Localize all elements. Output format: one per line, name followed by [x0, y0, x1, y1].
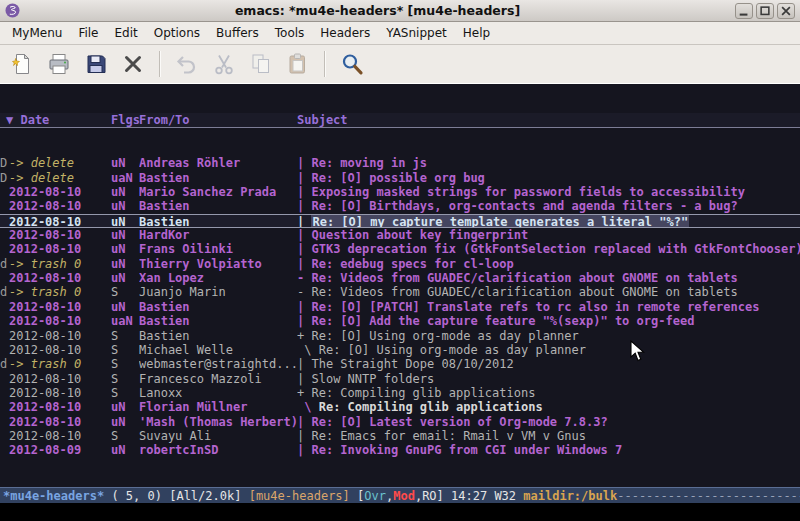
headers-buffer[interactable]: ▼ Date Flgs From/To Subject D-> deleteuN… — [0, 84, 800, 487]
message-row[interactable]: 2012-08-10uNFrans Oilinki| GTK3 deprecat… — [0, 242, 800, 256]
message-row[interactable]: D-> deleteuNAndreas Röhler| Re: moving i… — [0, 156, 800, 170]
save-button[interactable] — [82, 50, 110, 78]
thread-prefix: - — [297, 285, 311, 299]
message-mark — [0, 429, 9, 443]
message-mark: D — [0, 156, 9, 170]
new-file-button[interactable] — [8, 50, 36, 78]
message-date: 2012-08-10 — [9, 300, 111, 314]
message-mark: d — [0, 357, 9, 371]
subject-text: Re: [O] Birthdays, org-contacts and agen… — [311, 199, 737, 213]
print-button[interactable] — [45, 50, 73, 78]
subject-text: Re: edebug specs for cl-loop — [311, 257, 513, 271]
message-subject: | Re: Invoking GnuPG from CGI under Wind… — [297, 443, 800, 457]
menu-help[interactable]: Help — [455, 22, 498, 44]
message-date: 2012-08-10 — [9, 415, 111, 429]
menu-mymenu[interactable]: MyMenu — [4, 22, 70, 44]
message-mark — [0, 443, 9, 457]
message-row[interactable]: 2012-08-10SMichael Welle \ Re: [O] Using… — [0, 343, 800, 357]
message-mark: d — [0, 257, 9, 271]
header-flags[interactable]: Flgs — [111, 113, 139, 127]
menu-buffers[interactable]: Buffers — [208, 22, 267, 44]
message-mark — [0, 228, 9, 242]
maximize-button[interactable] — [756, 3, 774, 19]
echo-area[interactable] — [0, 503, 800, 521]
subject-text: Re: Videos from GUADEC/clarification abo… — [311, 271, 737, 285]
message-row[interactable]: 2012-08-10uNBastien| Re: [O] [PATCH] Tra… — [0, 300, 800, 314]
message-date: 2012-08-10 — [9, 372, 111, 386]
subject-text: Re: [O] Add the capture feature "%(sexp)… — [311, 314, 694, 328]
thread-prefix: | — [297, 415, 311, 429]
menu-file[interactable]: File — [70, 22, 106, 44]
thread-prefix: | — [297, 228, 311, 242]
message-from: Bastien — [139, 300, 297, 314]
thread-prefix: | — [297, 185, 311, 199]
message-flags: uN — [111, 228, 139, 242]
message-mark — [0, 271, 9, 285]
message-row[interactable]: d-> trash 0uNThierry Volpiatto| Re: edeb… — [0, 257, 800, 271]
thread-prefix: | — [297, 215, 311, 227]
close-buffer-button[interactable] — [119, 50, 147, 78]
message-from: Suvayu Ali — [139, 429, 297, 443]
message-row[interactable]: d-> trash 0SJuanjo Marin- Re: Videos fro… — [0, 285, 800, 299]
message-flags: uN — [111, 400, 139, 414]
message-flags: S — [111, 285, 139, 299]
thread-prefix: + — [297, 386, 311, 400]
header-subject[interactable]: Subject — [297, 113, 800, 127]
message-row[interactable]: 2012-08-10uNFlorian Müllner \ Re: Compil… — [0, 400, 800, 414]
thread-prefix: \ — [297, 343, 319, 357]
subject-text: Re: Emacs for email: Rmail v VM v Gnus — [311, 429, 586, 443]
title-bar: emacs: *mu4e-headers* [mu4e-headers] — [0, 0, 800, 22]
message-from: Frans Oilinki — [139, 242, 297, 256]
message-row[interactable]: 2012-08-10SLanoxx+ Re: Compiling glib ap… — [0, 386, 800, 400]
minimize-icon — [738, 5, 750, 17]
subject-text: The Straight Dope 08/10/2012 — [311, 357, 513, 371]
search-icon — [340, 52, 364, 76]
message-from: Bastien — [139, 314, 297, 328]
message-mark — [0, 386, 9, 400]
message-date: 2012-08-10 — [9, 400, 111, 414]
message-row[interactable]: 2012-08-10SFrancesco Mazzoli| Slow NNTP … — [0, 372, 800, 386]
message-row[interactable]: 2012-08-10SSuvayu Ali| Re: Emacs for ema… — [0, 429, 800, 443]
message-from: robertcInSD — [139, 443, 297, 457]
message-row[interactable]: 2012-08-10uNBastien| Re: [O] Birthdays, … — [0, 199, 800, 213]
message-flags: uN — [111, 185, 139, 199]
minimize-button[interactable] — [735, 3, 753, 19]
message-row[interactable]: 2012-08-10uaNBastien| Re: [O] Add the ca… — [0, 314, 800, 328]
message-row[interactable]: 2012-08-10uNXan Lopez- Re: Videos from G… — [0, 271, 800, 285]
menu-options[interactable]: Options — [146, 22, 208, 44]
search-button[interactable] — [338, 50, 366, 78]
message-row[interactable]: 2012-08-10uNMario Sanchez Prada| Exposin… — [0, 185, 800, 199]
header-from[interactable]: From/To — [139, 113, 297, 127]
message-row[interactable]: 2012-08-10uNHardKor| Question about key … — [0, 228, 800, 242]
message-row[interactable]: d-> trash 0Swebmaster@straightd...| The … — [0, 357, 800, 371]
menu-yasnippet[interactable]: YASnippet — [378, 22, 455, 44]
subject-text: Re: Invoking GnuPG from CGI under Window… — [311, 443, 622, 457]
message-row[interactable]: 2012-08-09uNrobertcInSD| Re: Invoking Gn… — [0, 443, 800, 457]
close-button[interactable] — [777, 3, 795, 19]
subject-text: Re: [O] possible org bug — [311, 171, 484, 185]
message-flags: S — [111, 386, 139, 400]
message-flags: uN — [111, 156, 139, 170]
menu-headers[interactable]: Headers — [312, 22, 378, 44]
message-date: 2012-08-10 — [9, 215, 111, 227]
thread-prefix: \ — [297, 400, 319, 414]
header-line: ▼ Date Flgs From/To Subject — [0, 113, 800, 128]
thread-prefix: | — [297, 372, 311, 386]
subject-text: Re: [O] Latest version of Org-mode 7.8.3… — [311, 415, 607, 429]
modeline-segment: Mod — [393, 489, 415, 503]
message-subject: - Re: Videos from GUADEC/clarification a… — [297, 271, 800, 285]
message-mark — [0, 242, 9, 256]
message-subject: | Re: edebug specs for cl-loop — [297, 257, 800, 271]
message-row[interactable]: 2012-08-10uNBastien| Re: [O] my capture … — [0, 214, 800, 228]
message-subject: | Re: [O] Add the capture feature "%(sex… — [297, 314, 800, 328]
message-row[interactable]: 2012-08-10SBastien+ Re: [O] Using org-mo… — [0, 329, 800, 343]
message-subject: | Re: [O] [PATCH] Translate refs to rc a… — [297, 300, 800, 314]
menu-edit[interactable]: Edit — [107, 22, 146, 44]
message-from: Francesco Mazzoli — [139, 372, 297, 386]
menu-tools[interactable]: Tools — [267, 22, 313, 44]
thread-prefix: | — [297, 300, 311, 314]
header-date[interactable]: ▼ Date — [0, 113, 111, 127]
message-row[interactable]: D-> deleteuaNBastien| Re: [O] possible o… — [0, 171, 800, 185]
modeline-segment: [ — [350, 489, 364, 503]
message-row[interactable]: 2012-08-10uN'Mash (Thomas Herbert)| Re: … — [0, 415, 800, 429]
